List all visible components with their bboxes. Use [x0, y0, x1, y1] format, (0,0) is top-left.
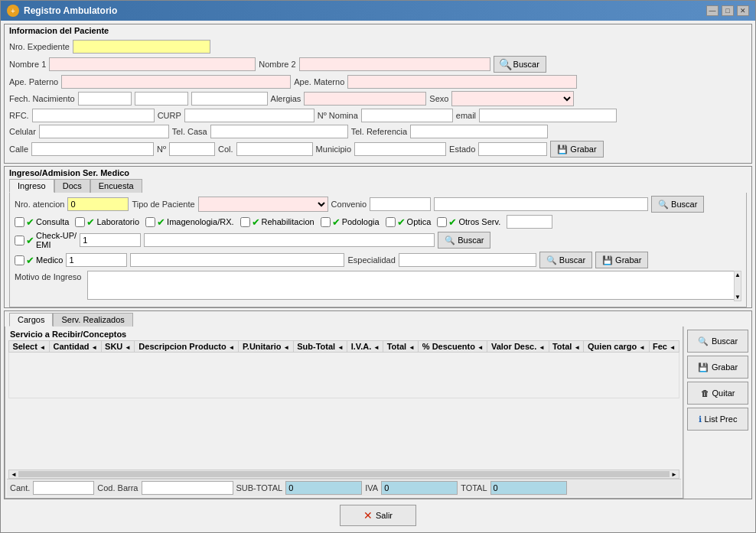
fech-y-input[interactable]	[191, 92, 268, 106]
nomina-label: Nº Nomina	[318, 111, 358, 120]
close-button[interactable]: ✕	[737, 5, 749, 16]
total-value[interactable]	[490, 481, 567, 495]
buscar-medico-button[interactable]: 🔍 Buscar	[539, 252, 592, 268]
col-cantidad[interactable]: Cantidad ◄	[49, 341, 101, 353]
podo-item[interactable]: ✔ Podologia	[321, 216, 380, 228]
motivo-scrollbar[interactable]: ▲ ▼	[734, 271, 741, 301]
iva-value[interactable]	[381, 481, 458, 495]
horiz-scrollbar[interactable]: ◄ ►	[8, 470, 679, 479]
tab-cargos[interactable]: Cargos	[9, 313, 53, 327]
col-punit[interactable]: P.Unitario ◄	[239, 341, 293, 353]
medico-name-input[interactable]	[130, 253, 344, 267]
tel-casa-input[interactable]	[210, 125, 348, 138]
apellidos-row: Ape. Paterno Ape. Materno	[9, 75, 747, 89]
minimize-button[interactable]: —	[706, 5, 719, 16]
buscar-button[interactable]: 🔍 Buscar	[494, 56, 546, 73]
col-valdesc[interactable]: Valor Desc. ◄	[487, 341, 549, 353]
grabar-cargos-button[interactable]: 💾 Grabar	[687, 356, 748, 379]
table-container[interactable]: Select ◄ Cantidad ◄ SKU ◄ Descripcion Pr…	[8, 340, 679, 470]
tipo-paciente-select[interactable]	[198, 197, 328, 212]
medico-checkbox[interactable]	[15, 255, 24, 265]
tab-serv-realizados[interactable]: Serv. Realizados	[53, 313, 132, 327]
maximize-button[interactable]: □	[722, 5, 734, 16]
col-total2[interactable]: Total ◄	[549, 341, 584, 353]
buscar-cargos-button[interactable]: 🔍 Buscar	[687, 330, 748, 353]
curp-input[interactable]	[184, 109, 314, 122]
salir-button[interactable]: ✕ Salir	[340, 505, 416, 526]
calle-input[interactable]	[31, 142, 154, 156]
nombre1-input[interactable]	[49, 57, 256, 71]
medico-value-input[interactable]	[66, 253, 127, 267]
col-subtotal[interactable]: Sub-Total ◄	[293, 341, 347, 353]
otros-input[interactable]	[507, 215, 552, 229]
rehab-item[interactable]: ✔ Rehabilitacion	[240, 216, 314, 228]
checkup-name-input[interactable]	[144, 233, 435, 247]
col-sku[interactable]: SKU ◄	[101, 341, 135, 353]
estado-input[interactable]	[478, 142, 547, 156]
quitar-button[interactable]: 🗑 Quitar	[687, 382, 748, 405]
scroll-up[interactable]: ▲	[735, 271, 741, 278]
especialidad-input[interactable]	[399, 253, 536, 267]
convenio-name-input[interactable]	[434, 197, 648, 211]
buscar-checkup-button[interactable]: 🔍 Buscar	[438, 232, 490, 249]
municipio-input[interactable]	[354, 142, 446, 156]
col-iva[interactable]: I.V.A. ◄	[347, 341, 383, 353]
tel-ref-input[interactable]	[410, 125, 548, 138]
grabar-patient-button[interactable]: 💾 Grabar	[550, 141, 603, 158]
optica-item[interactable]: ✔ Optica	[386, 216, 432, 228]
nomina-input[interactable]	[361, 109, 453, 122]
lab-checkbox[interactable]	[75, 217, 85, 227]
expediente-input[interactable]	[73, 40, 210, 54]
imagen-checkbox[interactable]	[145, 217, 155, 227]
buscar-convenio-button[interactable]: 🔍 Buscar	[651, 196, 704, 213]
subtotal-value[interactable]	[285, 481, 362, 495]
ape-paterno-input[interactable]	[61, 75, 291, 89]
otros-item[interactable]: ✔ Otros Serv.	[437, 216, 500, 228]
bottom-bar: ✕ Salir	[4, 502, 752, 529]
celular-input[interactable]	[39, 125, 169, 138]
sexo-select[interactable]	[451, 91, 574, 106]
col-quien[interactable]: Quien cargo ◄	[584, 341, 649, 353]
rehab-checkbox[interactable]	[240, 217, 250, 227]
cant-footer-input[interactable]	[33, 481, 94, 495]
alergias-input[interactable]	[304, 92, 426, 106]
no-input[interactable]	[169, 142, 215, 156]
lab-item[interactable]: ✔ Laboratorio	[75, 216, 139, 228]
fech-d-input[interactable]	[78, 92, 132, 106]
consulta-checkbox[interactable]	[15, 217, 24, 227]
ape-materno-input[interactable]	[347, 75, 577, 89]
nro-atencion-input[interactable]	[67, 197, 129, 211]
delete-icon: 🗑	[701, 388, 709, 398]
scroll-down[interactable]: ▼	[735, 294, 741, 301]
medico-item[interactable]: ✔ Medico	[15, 255, 63, 266]
motivo-textarea[interactable]	[87, 271, 741, 300]
otros-checkbox[interactable]	[437, 217, 447, 227]
col-input[interactable]	[236, 142, 313, 156]
col-fec[interactable]: Fec ◄	[649, 341, 679, 353]
nombre2-input[interactable]	[299, 57, 490, 71]
grabar-admission-button[interactable]: 💾 Grabar	[595, 252, 648, 268]
scroll-left[interactable]: ◄	[9, 471, 18, 478]
checkup-value-input[interactable]	[80, 233, 141, 247]
col-desc[interactable]: Descripcion Producto ◄	[135, 341, 239, 353]
col-select[interactable]: Select ◄	[9, 341, 50, 353]
tab-docs[interactable]: Docs	[54, 179, 90, 193]
checkup-item[interactable]: ✔ Check-UP/EMI	[15, 231, 77, 249]
consulta-item[interactable]: ✔ Consulta	[15, 216, 69, 228]
admission-tab-bar: Ingreso Docs Encuesta	[9, 179, 747, 193]
imagen-item[interactable]: ✔ Imagenologia/RX.	[145, 216, 233, 228]
podo-checkbox[interactable]	[321, 217, 331, 227]
fech-m-input[interactable]	[135, 92, 188, 106]
tab-encuesta[interactable]: Encuesta	[90, 179, 142, 193]
col-descpct[interactable]: % Descuento ◄	[419, 341, 487, 353]
optica-checkbox[interactable]	[386, 217, 396, 227]
col-total[interactable]: Total ◄	[383, 341, 419, 353]
email-input[interactable]	[479, 109, 617, 122]
cod-barra-input[interactable]	[142, 481, 233, 495]
convenio-input[interactable]	[370, 197, 431, 211]
scroll-right[interactable]: ►	[670, 471, 679, 478]
rfc-input[interactable]	[32, 109, 155, 122]
checkup-checkbox[interactable]	[15, 236, 24, 245]
list-prec-button[interactable]: ℹ List Prec	[687, 408, 748, 431]
tab-ingreso[interactable]: Ingreso	[9, 179, 54, 193]
